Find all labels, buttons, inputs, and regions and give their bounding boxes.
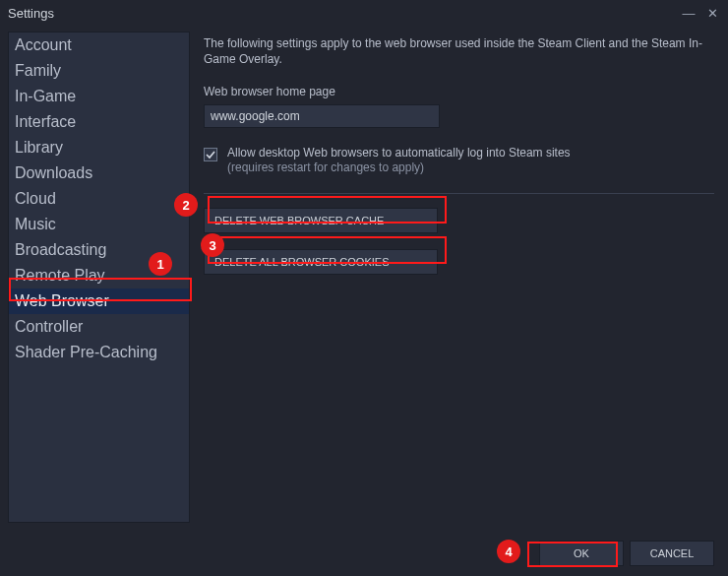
sidebar-item-controller[interactable]: Controller	[9, 314, 189, 340]
homepage-input[interactable]	[204, 104, 440, 128]
sidebar-item-music[interactable]: Music	[9, 212, 189, 237]
minimize-icon[interactable]: —	[681, 6, 697, 21]
window-body: Account Family In-Game Interface Library…	[0, 26, 728, 531]
sidebar-item-in-game[interactable]: In-Game	[9, 84, 189, 109]
sidebar-item-library[interactable]: Library	[9, 135, 189, 160]
settings-content: The following settings apply to the web …	[198, 32, 720, 523]
delete-cache-button[interactable]: DELETE WEB BROWSER CACHE	[204, 208, 438, 233]
close-icon[interactable]: ✕	[704, 6, 720, 21]
check-icon	[206, 150, 215, 160]
sidebar-item-interface[interactable]: Interface	[9, 109, 189, 135]
divider	[204, 193, 714, 194]
auto-login-sublabel: (requires restart for changes to apply)	[227, 160, 424, 174]
settings-window: Settings — ✕ Account Family In-Game Inte…	[0, 0, 728, 576]
settings-sidebar: Account Family In-Game Interface Library…	[8, 32, 190, 523]
titlebar: Settings — ✕	[0, 0, 728, 26]
footer: OK CANCEL	[0, 531, 728, 576]
window-controls: — ✕	[681, 6, 720, 21]
sidebar-item-downloads[interactable]: Downloads	[9, 160, 189, 186]
window-title: Settings	[8, 6, 54, 21]
sidebar-item-remote-play[interactable]: Remote Play	[9, 263, 189, 288]
auto-login-label: Allow desktop Web browsers to automatica…	[227, 146, 571, 175]
sidebar-item-family[interactable]: Family	[9, 58, 189, 84]
sidebar-item-shader-pre-caching[interactable]: Shader Pre-Caching	[9, 340, 189, 365]
auto-login-row: Allow desktop Web browsers to automatica…	[204, 146, 714, 175]
sidebar-item-account[interactable]: Account	[9, 32, 189, 58]
sidebar-item-cloud[interactable]: Cloud	[9, 186, 189, 212]
auto-login-label-text: Allow desktop Web browsers to automatica…	[227, 146, 571, 160]
auto-login-checkbox[interactable]	[204, 148, 217, 161]
sidebar-item-broadcasting[interactable]: Broadcasting	[9, 237, 189, 263]
content-description: The following settings apply to the web …	[204, 35, 714, 67]
delete-cookies-button[interactable]: DELETE ALL BROWSER COOKIES	[204, 249, 438, 275]
cancel-button[interactable]: CANCEL	[630, 541, 714, 566]
ok-button[interactable]: OK	[539, 541, 624, 566]
sidebar-item-web-browser[interactable]: Web Browser	[9, 288, 189, 314]
homepage-label: Web browser home page	[204, 85, 714, 98]
